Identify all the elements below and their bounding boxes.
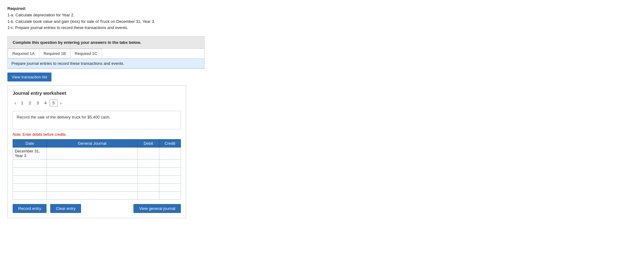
date-input-5[interactable] (15, 185, 45, 190)
debit-input-5[interactable] (140, 185, 157, 190)
credit-cell-2[interactable] (159, 160, 181, 168)
date-cell-5[interactable] (13, 184, 47, 192)
note-text: Note: Enter debits before credits. (13, 132, 181, 137)
view-transaction-btn-container: View transaction list (7, 73, 51, 81)
required-item-1b: 1-b. Calculate book value and gain (loss… (7, 19, 637, 25)
date-cell-1: December 31, Year 3 (13, 148, 47, 160)
col-credit: Credit (159, 140, 181, 148)
page-3-button[interactable]: 3 (34, 100, 41, 106)
table-row (13, 168, 181, 176)
view-general-journal-button[interactable]: View general journal (133, 204, 181, 213)
tab-required-1b[interactable]: Required 1B (39, 49, 70, 58)
journal-input-2[interactable] (49, 161, 136, 166)
journal-input-1[interactable] (49, 151, 136, 156)
page-next-button[interactable]: › (58, 100, 63, 106)
credit-input-6[interactable] (161, 193, 179, 198)
page-prev-button[interactable]: ‹ (13, 100, 18, 106)
debit-cell-5[interactable] (138, 184, 159, 192)
debit-input-3[interactable] (140, 169, 157, 174)
debit-cell-2[interactable] (138, 160, 159, 168)
required-title: Required: (7, 6, 637, 12)
credit-cell-5[interactable] (159, 184, 181, 192)
tab-instruction: Prepare journal entries to record these … (8, 59, 204, 69)
table-row: December 31, Year 3 (13, 148, 181, 160)
credit-cell-4[interactable] (159, 176, 181, 184)
credit-cell-1[interactable] (159, 148, 181, 160)
date-input-4[interactable] (15, 177, 45, 182)
journal-input-4[interactable] (49, 177, 136, 182)
page-1-button[interactable]: 1 (18, 100, 26, 106)
date-input-2[interactable] (15, 161, 45, 166)
journal-table: Date General Journal Debit Credit Decemb… (13, 139, 181, 200)
debit-cell-4[interactable] (138, 176, 159, 184)
date-cell-4[interactable] (13, 176, 47, 184)
pagination-row: ‹ 1 2 3 4 5 › (13, 99, 181, 106)
col-general-journal: General Journal (47, 140, 138, 148)
col-debit: Debit (138, 140, 159, 148)
table-row (13, 160, 181, 168)
journal-cell-6[interactable] (47, 192, 138, 200)
credit-input-5[interactable] (161, 185, 179, 190)
debit-input-1[interactable] (140, 151, 157, 156)
debit-input-4[interactable] (140, 177, 157, 182)
credit-input-3[interactable] (161, 169, 179, 174)
date-cell-2[interactable] (13, 160, 47, 168)
debit-input-6[interactable] (140, 193, 157, 198)
journal-cell-5[interactable] (47, 184, 138, 192)
actions-row: Record entry Clear entry View general jo… (13, 204, 181, 213)
table-row (13, 184, 181, 192)
journal-input-5[interactable] (49, 185, 136, 190)
credit-cell-3[interactable] (159, 168, 181, 176)
instruction-text: Record the sale of the delivery truck fo… (17, 115, 110, 119)
page-2-button[interactable]: 2 (26, 100, 34, 106)
clear-entry-button[interactable]: Clear entry (50, 204, 81, 213)
page-5-button[interactable]: 5 (50, 99, 57, 106)
journal-worksheet: Journal entry worksheet ‹ 1 2 3 4 5 › Re… (7, 85, 186, 218)
tabs-container: Required 1A Required 1B Required 1C Prep… (7, 49, 205, 69)
record-entry-button[interactable]: Record entry (13, 204, 47, 213)
required-item-1c: 1-c. Prepare journal entries to record t… (7, 25, 637, 31)
journal-title: Journal entry worksheet (13, 90, 181, 96)
tab-required-1a[interactable]: Required 1A (8, 49, 39, 58)
date-input-6[interactable] (15, 193, 45, 198)
journal-input-3[interactable] (49, 169, 136, 174)
credit-input-2[interactable] (161, 161, 179, 166)
journal-cell-2[interactable] (47, 160, 138, 168)
date-input-3[interactable] (15, 169, 45, 174)
tabs-row: Required 1A Required 1B Required 1C (8, 49, 204, 59)
debit-input-2[interactable] (140, 161, 157, 166)
required-item-1a: 1-a. Calculate depreciation for Year 2. (7, 12, 637, 19)
journal-input-6[interactable] (49, 193, 136, 198)
date-cell-3[interactable] (13, 168, 47, 176)
journal-cell-4[interactable] (47, 176, 138, 184)
required-section: Required: 1-a. Calculate depreciation fo… (7, 6, 637, 31)
view-transaction-button[interactable]: View transaction list (7, 73, 51, 81)
table-row (13, 176, 181, 184)
page-4-button[interactable]: 4 (42, 100, 49, 106)
tab-required-1c[interactable]: Required 1C (70, 49, 102, 58)
instruction-box: Record the sale of the delivery truck fo… (13, 111, 181, 129)
credit-input-4[interactable] (161, 177, 179, 182)
debit-cell-3[interactable] (138, 168, 159, 176)
journal-cell-1[interactable] (47, 148, 138, 160)
journal-cell-3[interactable] (47, 168, 138, 176)
col-date: Date (13, 140, 47, 148)
table-row (13, 192, 181, 200)
credit-cell-6[interactable] (159, 192, 181, 200)
complete-banner: Complete this question by entering your … (7, 36, 205, 49)
date-cell-6[interactable] (13, 192, 47, 200)
debit-cell-6[interactable] (138, 192, 159, 200)
credit-input-1[interactable] (161, 151, 179, 156)
debit-cell-1[interactable] (138, 148, 159, 160)
